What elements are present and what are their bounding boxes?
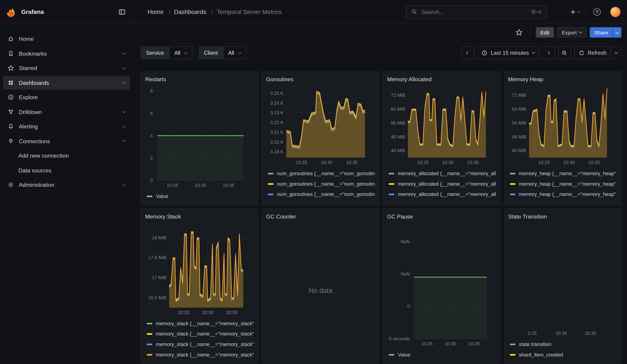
sidebar-item-label: Connections [19, 138, 50, 144]
svg-text:72 MiB: 72 MiB [391, 93, 405, 98]
user-avatar[interactable] [610, 7, 621, 17]
sidebar-item-label: Explore [19, 94, 38, 100]
zoom-out-time-button[interactable] [558, 46, 571, 59]
sidebar-item-administration[interactable]: Administration [3, 178, 130, 192]
favorite-dashboard-button[interactable] [514, 27, 524, 38]
chevron-down-icon [615, 30, 619, 34]
svg-text:0 seconds: 0 seconds [389, 336, 410, 341]
search-input[interactable] [421, 8, 527, 15]
legend-item[interactable]: memory_heap {__name__="memory_heap" [510, 200, 617, 202]
refresh-button[interactable]: Refresh [574, 46, 611, 59]
legend-item[interactable]: num_goroutines {__name__="num_goroutines… [268, 179, 375, 189]
legend-label: state transition [519, 342, 552, 347]
panel-title[interactable]: Memory Allocated [387, 74, 496, 84]
svg-text:6: 6 [150, 111, 153, 116]
chart-state-transition[interactable]: 0:2510:3010:35 [508, 221, 617, 337]
toolbar-divider [530, 29, 530, 36]
panel-title[interactable]: Memory Stack [145, 212, 254, 221]
sidebar-item-add-new-connection[interactable]: Add new connection [3, 149, 130, 162]
legend-item[interactable]: memory_allocated {__name__="memory_alloc… [389, 168, 496, 179]
legend-item[interactable]: shard_item_created [510, 350, 617, 360]
global-search[interactable]: ⌘+k [406, 5, 547, 19]
sidebar-item-home[interactable]: Home [3, 32, 130, 46]
svg-text:3.25 K: 3.25 K [270, 91, 283, 96]
export-button[interactable]: Export [557, 27, 587, 38]
legend-item[interactable]: num_goroutines {__name__="num_goroutines… [268, 168, 375, 179]
svg-text:3.21 K: 3.21 K [270, 130, 283, 135]
help-button[interactable] [592, 7, 602, 17]
chart-gc-pause[interactable]: NaNNaN00 seconds10:2510:3010:35 [387, 221, 496, 348]
legend-item[interactable]: Value [147, 191, 254, 202]
time-range-back-button[interactable] [462, 46, 474, 59]
grafana-app: Grafana Home Dashboards Temporal Server … [0, 0, 627, 364]
client-variable-dropdown[interactable]: All [223, 46, 246, 59]
panel-title[interactable]: GC Pause [387, 212, 496, 221]
chart-goroutines[interactable]: 3.25 K3.24 K3.23 K3.22 K3.21 K3.20 K3.19… [266, 84, 375, 166]
chevron-down-icon [184, 50, 188, 54]
svg-text:10:25: 10:25 [538, 160, 549, 165]
breadcrumb-dashboards[interactable]: Dashboards [174, 8, 206, 15]
chart-memory-stack[interactable]: 18 MiB17.5 MiB17 MiB16.5 MiB10:2510:3010… [145, 221, 254, 316]
svg-text:10:35: 10:35 [226, 310, 237, 315]
panel-title[interactable]: GC Counter [266, 212, 375, 221]
legend-item[interactable]: memory_heap {__name__="memory_heap" [510, 168, 617, 179]
share-menu-button[interactable] [613, 27, 622, 38]
legend-item[interactable]: memory_heap {__name__="memory_heap" [510, 179, 617, 189]
legend-item[interactable]: state transition [510, 339, 617, 350]
legend-item[interactable]: num_goroutines {__name__="num_goroutines… [268, 200, 375, 202]
legend-label: memory_stack {__name__="memory_stack" [156, 352, 254, 358]
svg-text:64 MiB: 64 MiB [512, 106, 526, 111]
grafana-logo[interactable] [6, 7, 17, 17]
chart-memory-heap[interactable]: 72 MiB64 MiB56 MiB48 MiB40 MiB10:2510:30… [508, 84, 617, 166]
legend-item[interactable]: memory_heap {__name__="memory_heap" [510, 189, 617, 200]
dashboards-grid-icon [7, 79, 14, 86]
panel-title[interactable]: State Transition [508, 212, 617, 221]
chart-memory-allocated[interactable]: 72 MiB64 MiB56 MiB48 MiB40 MiB10:2510:30… [387, 84, 496, 166]
legend-item[interactable]: memory_allocated {__name__="memory_alloc… [389, 189, 496, 200]
panel-memory-stack: Memory Stack 18 MiB17.5 MiB17 MiB16.5 Mi… [141, 208, 259, 364]
time-range-picker[interactable]: Last 15 minutes [478, 46, 539, 59]
sidebar-item-data-sources[interactable]: Data sources [3, 163, 130, 177]
legend-item[interactable]: memory_allocated {__name__="memory_alloc… [389, 179, 496, 189]
svg-text:0: 0 [407, 304, 410, 309]
legend-item[interactable]: num_goroutines {__name__="num_goroutines… [268, 189, 375, 200]
svg-text:10:30: 10:30 [321, 160, 332, 165]
legend-label: memory_heap {__name__="memory_heap" [519, 192, 616, 197]
chevron-down-icon [122, 65, 126, 69]
time-range-forward-button[interactable] [542, 46, 555, 59]
legend-item[interactable]: memory_stack {__name__="memory_stack" [147, 339, 254, 350]
legend-item[interactable]: memory_allocated {__name__="memory_alloc… [389, 200, 496, 202]
svg-text:10:30: 10:30 [202, 310, 213, 315]
panel-title[interactable]: Restarts [145, 74, 254, 84]
panel-title[interactable]: Goroutines [266, 74, 375, 84]
edit-button[interactable]: Edit [536, 27, 554, 38]
legend-item[interactable]: memory_stack {__name__="memory_stack" [147, 318, 254, 329]
sidebar-item-connections[interactable]: Connections [3, 134, 130, 148]
svg-text:10:30: 10:30 [195, 183, 206, 188]
refresh-button-label: Refresh [588, 50, 607, 56]
legend-item[interactable]: Value [389, 350, 496, 360]
dock-sidebar-button[interactable] [117, 7, 127, 17]
panel-title[interactable]: Memory Heap [508, 74, 617, 84]
chart-restarts[interactable]: 8642010:2510:3010:35 [145, 84, 254, 189]
sidebar-item-explore[interactable]: Explore [3, 90, 130, 104]
legend-label: memory_stack {__name__="memory_stack" [156, 331, 254, 337]
share-button[interactable]: Share [590, 27, 612, 38]
sidebar-item-bookmarks[interactable]: Bookmarks [3, 47, 130, 60]
sidebar-item-alerting[interactable]: Alerting [3, 119, 130, 133]
sidebar-item-dashboards[interactable]: Dashboards [3, 76, 130, 89]
service-variable-dropdown[interactable]: All [169, 46, 192, 59]
new-menu-button[interactable] [570, 9, 580, 15]
refresh-interval-button[interactable] [611, 46, 622, 59]
sidebar-item-starred[interactable]: Starred [3, 61, 130, 75]
legend-item[interactable]: memory_stack {__name__="memory_stack" [147, 329, 254, 339]
legend-item[interactable]: memory_stack {__name__="memory_stack" [147, 350, 254, 360]
filter-bar: Service All Client All [133, 46, 627, 59]
legend-color-marker [147, 344, 153, 345]
sidebar-item-drilldown[interactable]: Drilldown [3, 105, 130, 119]
legend-color-marker [147, 323, 153, 324]
svg-text:3.20 K: 3.20 K [270, 140, 283, 145]
chevron-down-icon [122, 109, 126, 113]
svg-text:2: 2 [150, 156, 153, 160]
breadcrumb-home[interactable]: Home [148, 8, 163, 15]
